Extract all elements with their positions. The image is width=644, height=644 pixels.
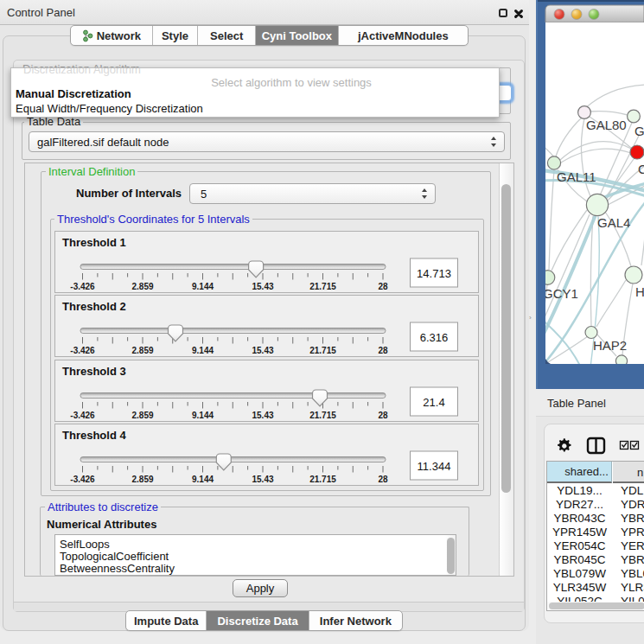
- svg-text:HAP2: HAP2: [593, 338, 627, 353]
- svg-text:GA: GA: [634, 124, 644, 138]
- svg-text:6.316: 6.316: [420, 331, 449, 344]
- svg-text:Threshold 3: Threshold 3: [62, 365, 126, 378]
- svg-text:-3.426: -3.426: [70, 346, 95, 355]
- svg-text:15.43: 15.43: [252, 475, 273, 484]
- svg-text:9.144: 9.144: [192, 282, 214, 291]
- svg-text:21.715: 21.715: [309, 282, 336, 291]
- svg-text:2.859: 2.859: [131, 411, 153, 420]
- svg-text:-3.426: -3.426: [70, 475, 95, 484]
- svg-text:-3.426: -3.426: [70, 411, 95, 420]
- svg-text:Threshold 4: Threshold 4: [62, 429, 126, 442]
- svg-text:GAL80: GAL80: [586, 118, 627, 132]
- svg-text:C: C: [638, 162, 644, 176]
- svg-text:9.144: 9.144: [192, 475, 214, 484]
- svg-text:Threshold 1: Threshold 1: [62, 236, 126, 249]
- svg-text:15.43: 15.43: [252, 411, 273, 420]
- svg-text:28: 28: [378, 282, 388, 291]
- svg-text:9.144: 9.144: [192, 346, 214, 355]
- svg-text:28: 28: [378, 346, 388, 355]
- svg-text:21.4: 21.4: [423, 396, 444, 409]
- svg-text:2.859: 2.859: [131, 346, 153, 355]
- svg-text:GCY1: GCY1: [543, 286, 578, 301]
- svg-text:21.715: 21.715: [309, 475, 336, 484]
- svg-text:9.144: 9.144: [192, 411, 214, 420]
- svg-text:11.344: 11.344: [418, 460, 451, 473]
- svg-text:Threshold 2: Threshold 2: [62, 300, 126, 313]
- svg-text:14.713: 14.713: [417, 267, 451, 280]
- svg-text:15.43: 15.43: [252, 282, 273, 291]
- svg-text:2.859: 2.859: [131, 475, 153, 484]
- svg-text:28: 28: [378, 411, 388, 420]
- svg-text:28: 28: [378, 475, 388, 484]
- svg-text:21.715: 21.715: [309, 346, 336, 355]
- svg-text:15.43: 15.43: [252, 346, 273, 355]
- svg-text:-3.426: -3.426: [70, 282, 95, 291]
- svg-text:GAL11: GAL11: [557, 169, 596, 184]
- svg-text:21.715: 21.715: [309, 411, 336, 420]
- svg-text:2.859: 2.859: [131, 282, 153, 291]
- svg-text:H: H: [635, 284, 644, 299]
- svg-text:GAL4: GAL4: [597, 215, 630, 230]
